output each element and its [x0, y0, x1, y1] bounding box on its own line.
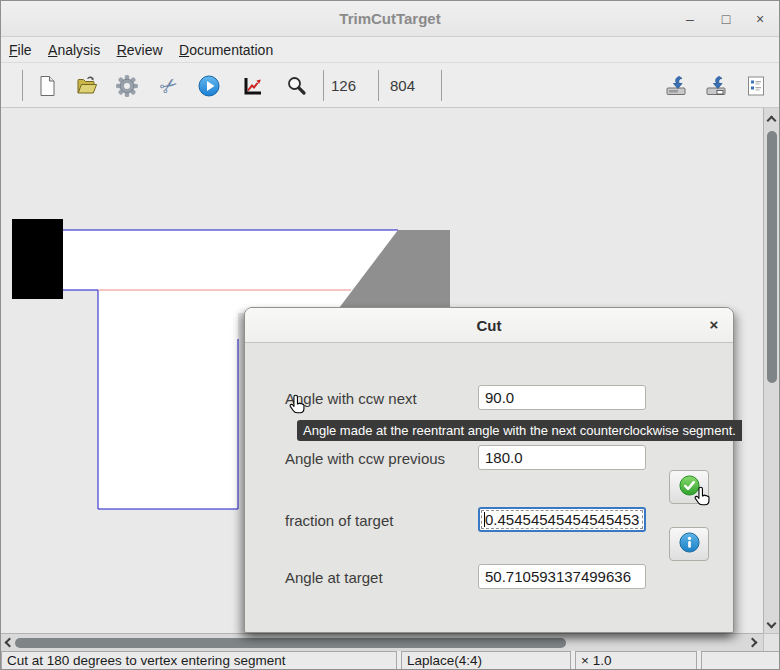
tooltip: Angle made at the reentrant angle with t… [297, 420, 742, 441]
cut-dialog: Cut × Angle with ccw next Angle with ccw… [244, 307, 734, 633]
menu-documentation[interactable]: Documentation [179, 42, 273, 58]
scroll-right-icon[interactable] [748, 638, 758, 648]
input-fraction-of-target[interactable] [478, 507, 646, 532]
scroll-down-icon[interactable] [767, 619, 777, 629]
toolbar-value-2: 804 [390, 77, 415, 94]
horizontal-scrollbar-thumb[interactable] [15, 638, 566, 648]
close-button[interactable]: × [749, 9, 771, 29]
toolbar-separator [22, 70, 23, 101]
horizontal-scrollbar[interactable] [1, 633, 763, 651]
toolbar-value-1: 126 [331, 77, 356, 94]
window-title: TrimCutTarget [1, 10, 779, 27]
chart-analysis-icon[interactable] [241, 74, 265, 98]
scrollbar-corner [763, 633, 780, 651]
open-folder-icon[interactable] [75, 74, 99, 98]
toolbar-separator [441, 70, 442, 101]
ok-button[interactable] [669, 470, 709, 504]
label-fraction-of-target: fraction of target [285, 512, 475, 529]
menu-analysis[interactable]: Analysis [48, 42, 100, 58]
cut-dialog-title: Cut [245, 317, 733, 334]
label-angle-ccw-previous: Angle with ccw previous [285, 450, 475, 467]
check-circle-icon [678, 474, 701, 501]
scroll-left-icon[interactable] [5, 638, 15, 648]
import-restore-icon-1[interactable] [664, 74, 688, 98]
info-circle-icon [678, 531, 701, 558]
zoom-search-icon[interactable] [285, 74, 309, 98]
new-document-icon[interactable] [35, 74, 59, 98]
scroll-up-icon[interactable] [767, 116, 777, 126]
status-message: Cut at 180 degrees to vertex entering se… [1, 651, 397, 670]
label-angle-at-target: Angle at target [285, 569, 475, 586]
status-zoom-factor: × 1.0 [575, 651, 697, 670]
app-window: TrimCutTarget – □ × File Analysis Review… [0, 0, 780, 670]
input-angle-ccw-next[interactable] [478, 385, 646, 410]
toolbar-separator [378, 70, 379, 101]
menubar: File Analysis Review Documentation [1, 38, 779, 63]
menu-file[interactable]: File [9, 42, 32, 58]
label-angle-ccw-next: Angle with ccw next [285, 390, 475, 407]
properties-list-icon[interactable] [744, 74, 768, 98]
status-laplace: Laplace(4:4) [401, 651, 571, 670]
play-run-icon[interactable] [197, 74, 221, 98]
scissors-cut-icon[interactable]: ✂ [152, 69, 185, 102]
minimize-button[interactable]: – [679, 9, 701, 29]
status-empty-cell [701, 651, 780, 670]
toolbar: ✂ 126 804 [1, 63, 779, 108]
info-button[interactable] [669, 527, 709, 561]
window-titlebar: TrimCutTarget – □ × [1, 1, 779, 37]
toolbar-separator [323, 70, 324, 101]
text-caret [484, 512, 485, 527]
input-angle-at-target[interactable] [478, 564, 646, 589]
cut-dialog-titlebar[interactable]: Cut × [245, 308, 733, 343]
menu-review[interactable]: Review [117, 42, 163, 58]
import-restore-icon-2[interactable] [704, 74, 728, 98]
settings-gear-icon[interactable] [115, 74, 139, 98]
vertical-scrollbar[interactable] [763, 108, 780, 633]
cut-dialog-close-icon[interactable]: × [705, 316, 723, 334]
maximize-button[interactable]: □ [715, 9, 737, 29]
input-angle-ccw-previous[interactable] [478, 445, 646, 470]
statusbar: Cut at 180 degrees to vertex entering se… [1, 651, 780, 670]
vertical-scrollbar-thumb[interactable] [767, 131, 777, 383]
